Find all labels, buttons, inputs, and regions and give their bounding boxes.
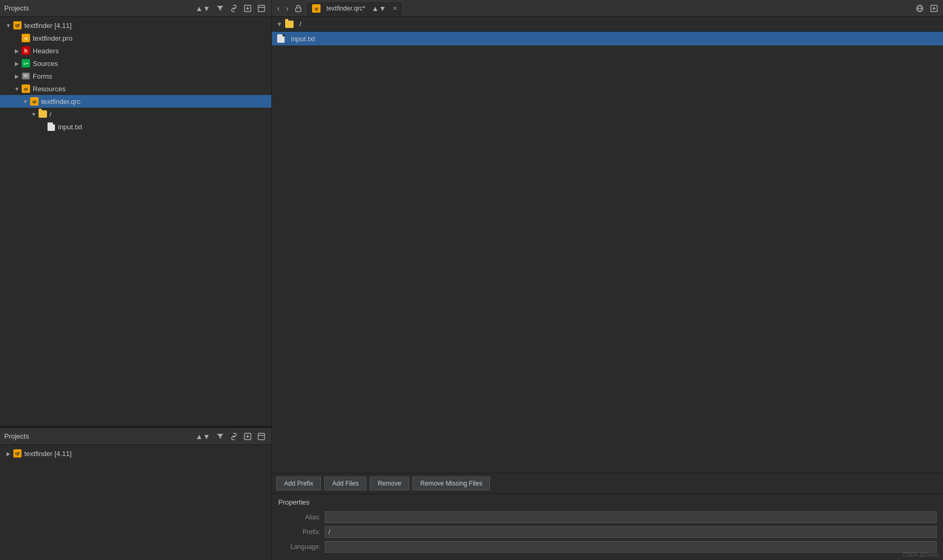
top-add-icon[interactable] xyxy=(242,4,253,13)
language-input[interactable] xyxy=(325,541,937,553)
project-icon: qt xyxy=(13,21,22,30)
right-panel: ‹ › qt textfinder.qrc* ▲▼ ✕ xyxy=(272,0,943,560)
watermark: CSDN @Dertia xyxy=(903,552,939,558)
svg-rect-3 xyxy=(258,5,265,12)
tree-item-resources[interactable]: ▼ qt Resources xyxy=(0,82,271,95)
file-list-item-input-txt[interactable]: input.txt xyxy=(272,32,943,45)
tree-item-input-txt[interactable]: input.txt xyxy=(0,120,271,133)
top-tree-area: ▼ qt textfinder [4.11] qt textfinder.pro xyxy=(0,17,271,426)
toggle-resources[interactable]: ▼ xyxy=(13,86,21,92)
tab-sort-btn[interactable]: ▲▼ xyxy=(371,4,388,13)
tree-label-sources: Sources xyxy=(33,60,58,68)
right-content-area: ▼ / input.txt Add Prefix Add Files xyxy=(272,17,943,560)
file-list-txt-icon xyxy=(276,34,286,43)
prop-row-language: Language: xyxy=(278,541,937,553)
properties-title: Properties xyxy=(278,498,937,506)
tab-close-btn[interactable]: ✕ xyxy=(392,5,398,12)
toggle-headers[interactable]: ▶ xyxy=(13,48,21,54)
add-prefix-button[interactable]: Add Prefix xyxy=(276,477,321,490)
tab-qrc-icon: qt xyxy=(312,4,321,13)
tree-label-headers: Headers xyxy=(33,47,59,55)
tree-label-textfinder-root: textfinder [4.11] xyxy=(24,22,72,30)
svg-rect-11 xyxy=(258,433,265,440)
left-panel: Projects ▲▼ xyxy=(0,0,272,560)
toggle-textfinder-root[interactable]: ▼ xyxy=(4,23,13,29)
tab-textfinder-qrc-label: textfinder.qrc* xyxy=(326,5,365,12)
file-browser-arrow: ▼ xyxy=(276,21,282,28)
bottom-add-icon[interactable] xyxy=(242,432,253,441)
language-label: Language: xyxy=(278,543,320,550)
bottom-projects-panel: Projects ▲▼ xyxy=(0,428,271,560)
bottom-link-icon[interactable] xyxy=(228,432,240,441)
sources-icon: c+ xyxy=(21,59,31,68)
toggle-textfinder-qrc[interactable]: ▼ xyxy=(21,99,30,105)
qrc-icon: qt xyxy=(30,97,39,106)
tree-item-textfinder-pro[interactable]: qt textfinder.pro xyxy=(0,32,271,44)
remove-missing-files-button[interactable]: Remove Missing Files xyxy=(412,477,490,490)
properties-panel: Properties Alias: Prefix: Language: xyxy=(272,493,943,560)
prop-row-prefix: Prefix: xyxy=(278,526,937,538)
file-browser-folder-label: / xyxy=(299,20,301,28)
file-list-txt-label: input.txt xyxy=(291,35,315,43)
svg-rect-5 xyxy=(22,73,30,79)
tab-lock-btn[interactable] xyxy=(291,4,305,13)
top-filter-icon[interactable] xyxy=(214,4,226,13)
bottom-panel-toggle-icon[interactable] xyxy=(256,432,267,441)
remove-button[interactable]: Remove xyxy=(370,477,409,490)
top-panel-icons: ▲▼ xyxy=(193,3,267,14)
prefix-input[interactable] xyxy=(325,526,937,538)
toggle-slash-folder[interactable]: ▼ xyxy=(30,111,38,117)
main-layout: Projects ▲▼ xyxy=(0,0,943,560)
alias-label: Alias: xyxy=(278,514,320,521)
tree-item-textfinder-root2[interactable]: ▶ qt textfinder [4.11] xyxy=(0,447,271,460)
bottom-filter-icon[interactable] xyxy=(214,432,226,441)
folder-icon xyxy=(38,110,48,118)
top-projects-section: Projects ▲▼ xyxy=(0,0,271,426)
bottom-tree-area: ▶ qt textfinder [4.11] xyxy=(0,445,271,560)
tree-label-textfinder-root2: textfinder [4.11] xyxy=(24,450,72,458)
tab-plus-btn[interactable] xyxy=(927,4,941,13)
tab-nav-forward[interactable]: › xyxy=(283,3,292,14)
top-panel-header: Projects ▲▼ xyxy=(0,0,271,17)
tab-world-icon[interactable] xyxy=(912,3,927,14)
forms-icon xyxy=(21,72,31,80)
txt-icon xyxy=(46,122,56,131)
top-panel-title: Projects xyxy=(4,4,29,12)
top-link-icon[interactable] xyxy=(228,4,240,13)
top-panel-toggle-icon[interactable] xyxy=(256,4,267,13)
right-tab-bar: ‹ › qt textfinder.qrc* ▲▼ ✕ xyxy=(272,0,943,17)
tree-item-forms[interactable]: ▶ Forms xyxy=(0,70,271,82)
tree-label-slash: / xyxy=(50,110,52,118)
tree-label-forms: Forms xyxy=(33,72,52,80)
add-files-button[interactable]: Add Files xyxy=(324,477,366,490)
project-icon2: qt xyxy=(13,449,22,458)
toggle-forms[interactable]: ▶ xyxy=(13,73,21,79)
tab-nav-back[interactable]: ‹ xyxy=(274,3,283,14)
action-buttons-row: Add Prefix Add Files Remove Remove Missi… xyxy=(272,473,943,493)
tree-item-sources[interactable]: ▶ c+ Sources xyxy=(0,57,271,70)
top-sort-icon[interactable]: ▲▼ xyxy=(193,3,212,14)
svg-rect-13 xyxy=(296,8,301,12)
tree-label-textfinder-pro: textfinder.pro xyxy=(33,34,72,42)
tree-item-textfinder-qrc[interactable]: ▼ qt textfinder.qrc xyxy=(0,95,271,108)
file-list-area: input.txt xyxy=(272,32,943,473)
tree-label-resources: Resources xyxy=(33,85,65,93)
bottom-panel-icons: ▲▼ xyxy=(193,431,267,442)
resources-icon: qt xyxy=(21,84,31,93)
prefix-label: Prefix: xyxy=(278,528,320,536)
alias-input[interactable] xyxy=(325,511,937,523)
prop-row-alias: Alias: xyxy=(278,511,937,523)
bottom-panel-header: Projects ▲▼ xyxy=(0,428,271,445)
tree-label-input-txt: input.txt xyxy=(58,123,82,131)
file-browser-folder-icon xyxy=(285,20,294,29)
tree-item-textfinder-root[interactable]: ▼ qt textfinder [4.11] xyxy=(0,19,271,32)
tab-textfinder-qrc[interactable]: qt textfinder.qrc* ▲▼ ✕ xyxy=(306,1,403,16)
bottom-sort-icon[interactable]: ▲▼ xyxy=(193,431,212,442)
headers-icon: h xyxy=(21,46,31,55)
pro-file-icon: qt xyxy=(21,34,31,42)
toggle-textfinder-root2[interactable]: ▶ xyxy=(4,451,13,457)
toggle-sources[interactable]: ▶ xyxy=(13,61,21,67)
tree-item-slash-folder[interactable]: ▼ / xyxy=(0,108,271,120)
tree-label-textfinder-qrc: textfinder.qrc xyxy=(41,98,80,106)
tree-item-headers[interactable]: ▶ h Headers xyxy=(0,44,271,57)
